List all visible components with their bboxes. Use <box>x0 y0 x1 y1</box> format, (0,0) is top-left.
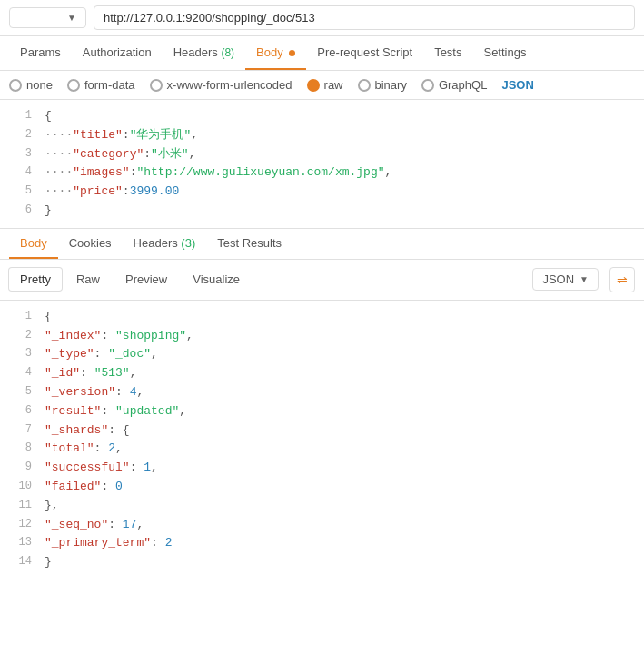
response-line-3: 3 "_type": "_doc", <box>0 345 644 364</box>
response-tab-cookies[interactable]: Cookies <box>58 229 123 259</box>
response-line-12: 12 "_seq_no": 17, <box>0 516 644 535</box>
nav-tab-tests[interactable]: Tests <box>423 36 472 70</box>
body-type-raw[interactable]: raw <box>307 78 343 92</box>
body-type-x-www-form-urlencoded[interactable]: x-www-form-urlencoded <box>150 78 292 92</box>
response-line-11: 11 }, <box>0 497 644 516</box>
response-line-8: 8 "total": 2, <box>0 440 644 459</box>
response-body: 1{2 "_index": "shopping",3 "_type": "_do… <box>0 301 644 580</box>
response-line-10: 10 "failed": 0 <box>0 478 644 497</box>
request-body-editor[interactable]: 1{2····"title":"华为手机",3····"category":"小… <box>0 100 644 229</box>
nav-tab-authorization[interactable]: Authorization <box>72 36 163 70</box>
wrap-lines-icon[interactable]: ⇌ <box>609 267 635 292</box>
method-chevron: ▼ <box>67 13 76 23</box>
nav-tab-body[interactable]: Body <box>245 36 306 70</box>
response-tab-test-results[interactable]: Test Results <box>206 229 292 259</box>
response-line-14: 14} <box>0 553 644 572</box>
request-line-2: 2····"title":"华为手机", <box>0 126 644 145</box>
nav-tab-headers[interactable]: Headers (8) <box>163 36 245 70</box>
response-line-5: 5 "_version": 4, <box>0 383 644 402</box>
format-btn-visualize[interactable]: Visualize <box>182 268 251 291</box>
top-bar: ▼ <box>0 0 644 36</box>
body-type-json-shortcut[interactable]: JSON <box>501 78 533 92</box>
body-type-none[interactable]: none <box>9 78 53 92</box>
format-btn-preview[interactable]: Preview <box>114 268 178 291</box>
response-line-1: 1{ <box>0 308 644 327</box>
response-line-9: 9 "successful": 1, <box>0 459 644 478</box>
response-line-7: 7 "_shards": { <box>0 421 644 441</box>
response-tabs: BodyCookiesHeaders (3)Test Results <box>0 229 644 260</box>
body-type-bar: noneform-datax-www-form-urlencodedrawbin… <box>0 71 644 100</box>
request-line-3: 3····"category":"小米", <box>0 145 644 164</box>
response-line-4: 4 "_id": "513", <box>0 364 644 383</box>
nav-tab-params[interactable]: Params <box>9 36 72 70</box>
format-btn-raw[interactable]: Raw <box>65 268 111 291</box>
request-line-4: 4····"images":"http://www.gulixueyuan.co… <box>0 164 644 183</box>
nav-tab-settings[interactable]: Settings <box>472 36 537 70</box>
response-tab-headers[interactable]: Headers (3) <box>123 229 207 259</box>
body-type-graphql[interactable]: GraphQL <box>421 78 487 92</box>
request-line-1: 1{ <box>0 107 644 126</box>
body-type-form-data[interactable]: form-data <box>67 78 135 92</box>
response-line-2: 2 "_index": "shopping", <box>0 327 644 346</box>
nav-tab-pre-request-script[interactable]: Pre-request Script <box>306 36 423 70</box>
nav-tabs: ParamsAuthorizationHeaders (8)Body Pre-r… <box>0 36 644 71</box>
response-line-6: 6 "result": "updated", <box>0 402 644 421</box>
response-format-select[interactable]: JSON ▼ <box>532 268 599 291</box>
response-line-13: 13 "_primary_term": 2 <box>0 534 644 553</box>
format-bar: PrettyRawPreviewVisualizeJSON ▼⇌ <box>0 260 644 301</box>
format-btn-pretty[interactable]: Pretty <box>9 268 62 291</box>
request-line-5: 5····"price":3999.00 <box>0 183 644 202</box>
url-input[interactable] <box>94 5 635 30</box>
response-tab-body[interactable]: Body <box>9 229 58 259</box>
body-type-binary[interactable]: binary <box>358 78 407 92</box>
method-select[interactable]: ▼ <box>9 7 86 28</box>
request-line-6: 6} <box>0 202 644 221</box>
